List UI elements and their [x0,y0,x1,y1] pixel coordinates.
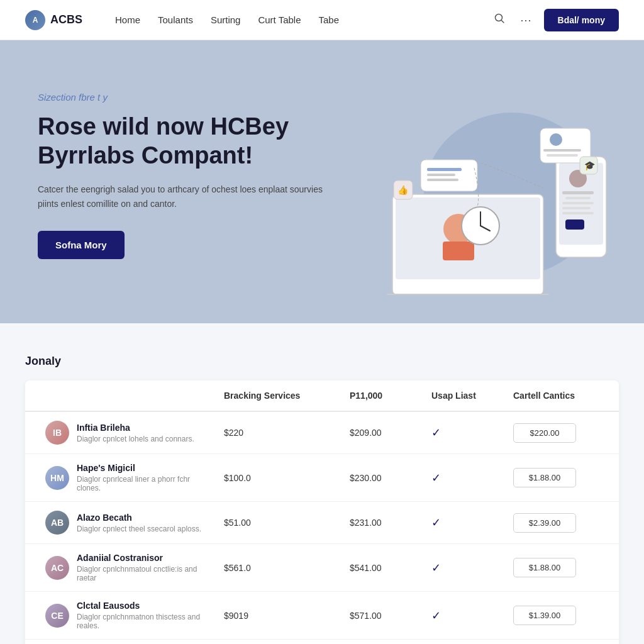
table-row: AC Adaniial Costranisor Diaglor cpnlchnm… [25,544,619,592]
svg-text:🎓: 🎓 [584,160,596,171]
person-info: Inftia Brileha Diaglor cpnlcet lohels an… [77,423,194,443]
col-header-cantics: Cartell Cantics [506,391,606,401]
cell-person-4: AC Adaniial Costranisor Diaglor cpnlchnm… [38,553,216,582]
person-name: Alazo Becath [77,513,201,523]
avatar: AB [45,511,69,535]
person-name: Adaniial Costranisor [77,553,209,563]
svg-rect-11 [562,191,594,194]
brand-name: ACBS [50,13,82,26]
hero-cta-button[interactable]: Sofna Mory [38,231,125,259]
table-row: AB Alazo Becath Diaglor cpnlect theel ss… [25,502,619,544]
cell-price-2: $230.00 [342,473,424,483]
nav-link-toulants[interactable]: Toulants [158,14,193,25]
brand: A ACBS [25,10,82,30]
cell-check-1: ✓ [424,426,506,440]
col-header-services: Bracking Services [216,391,342,401]
avatar: CE [45,604,69,628]
cell-services-4: $561.0 [216,563,342,573]
col-header-usap: Usap Liast [424,391,506,401]
brand-logo-letter: A [33,16,38,25]
cell-action-4: $1.88.00 [506,558,606,577]
data-table: Bracking Services P11,000 Usap Liast Car… [25,380,619,644]
svg-text:👍: 👍 [397,185,409,196]
action-button-3[interactable]: $2.39.00 [513,513,576,533]
avatar: AC [45,556,69,580]
cell-action-2: $1.88.00 [506,468,606,487]
search-button[interactable] [491,10,508,30]
avatar: IB [45,421,69,445]
action-button-2[interactable]: $1.88.00 [513,468,576,487]
table-row: IB Inftia Brileha Diaglor cpnlcet lohels… [25,412,619,454]
table-section: Jonaly Bracking Services P11,000 Usap Li… [0,323,644,644]
svg-rect-18 [427,168,462,171]
svg-rect-13 [562,202,594,204]
person-name: Inftia Brileha [77,423,194,433]
svg-rect-19 [427,174,455,176]
person-name: Hape's Migicil [77,463,209,473]
cell-action-1: $220.00 [506,423,606,443]
cell-action-3: $2.39.00 [506,513,606,533]
table-row: HM Hape's Migicil Diaglor cpnrlceal line… [25,454,619,502]
nav-links: Home Toulants Surting Curt Table Tabe [115,14,471,25]
svg-rect-15 [562,212,594,214]
cell-price-4: $541.00 [342,563,424,573]
col-header-price: P11,000 [342,391,424,401]
cell-person-5: CE Clctal Eausods Diaglor cpnlchnmatnon … [38,601,216,630]
brand-logo: A [25,10,45,30]
action-button-5[interactable]: $1.39.00 [513,606,576,625]
cell-person-2: HM Hape's Migicil Diaglor cpnrlceal line… [38,463,216,492]
cell-services-2: $100.0 [216,473,342,483]
nav-link-home[interactable]: Home [115,14,140,25]
svg-rect-6 [443,242,474,260]
avatar: HM [45,466,69,490]
section-label: Jonaly [25,355,619,368]
action-button-1[interactable]: $220.00 [513,423,576,443]
cell-price-5: $571.00 [342,611,424,621]
svg-rect-20 [427,179,458,181]
cell-person-3: AB Alazo Becath Diaglor cpnlect theel ss… [38,511,216,535]
cell-check-2: ✓ [424,471,506,485]
person-info: Hape's Migicil Diaglor cpnrlceal liner a… [77,463,209,492]
nav-link-surting[interactable]: Surting [211,14,241,25]
svg-rect-7 [386,294,550,295]
person-info: Adaniial Costranisor Diaglor cpnlchnmato… [77,553,209,582]
cell-action-5: $1.39.00 [506,606,606,625]
col-header-person [38,391,216,401]
cell-services-1: $220 [216,428,342,438]
person-info: Alazo Becath Diaglor cpnlect theel sseca… [77,513,201,533]
cell-services-3: $51.00 [216,518,342,528]
hero-illustration: 🎓 👍 [355,69,619,295]
person-name: Clctal Eausods [77,601,209,611]
person-desc: Diaglor cpnrlceal liner a phorr fchr clo… [77,475,209,492]
hero-subtitle: Sizection fbre t y [38,92,340,103]
hero-section: Sizection fbre t y Rose wild now HCBey B… [0,40,644,323]
cell-price-1: $209.00 [342,428,424,438]
person-desc: Diaglor cpnlchnmatoul cnctlie:is and rae… [77,565,209,582]
cell-check-4: ✓ [424,561,506,575]
svg-point-25 [550,133,562,146]
person-desc: Diaglor cpnlchnmatnon thisctess and real… [77,613,209,630]
svg-rect-26 [543,149,581,152]
nav-link-curt-table[interactable]: Curt Table [258,14,301,25]
svg-rect-27 [547,154,578,157]
person-desc: Diaglor cpnlcet lohels and connars. [77,435,194,443]
hero-content: Sizection fbre t y Rose wild now HCBey B… [38,92,340,259]
hero-arrow [303,306,341,323]
svg-rect-16 [565,219,584,230]
cell-check-3: ✓ [424,516,506,530]
action-button-4[interactable]: $1.88.00 [513,558,576,577]
svg-rect-14 [562,207,591,209]
search-icon [494,13,505,27]
table-row: CE Clctal Eausods Diaglor cpnlchnmatnon … [25,592,619,640]
person-desc: Diaglor cpnlect theel ssecarol aploss. [77,525,201,533]
svg-line-1 [501,21,504,23]
more-menu-button[interactable]: ⋯ [518,11,534,30]
svg-rect-12 [565,197,591,199]
cta-button[interactable]: Bdal/ mony [544,9,619,31]
cell-check-5: ✓ [424,609,506,623]
table-row: LB Logie Briüge Diaglor cpnlcmnomes anp … [25,640,619,644]
hero-title: Rose wild now HCBey Byrrlabs Compant! [38,113,340,170]
more-icon: ⋯ [520,13,531,27]
nav-link-tabe[interactable]: Tabe [319,14,340,25]
svg-point-0 [495,14,502,21]
